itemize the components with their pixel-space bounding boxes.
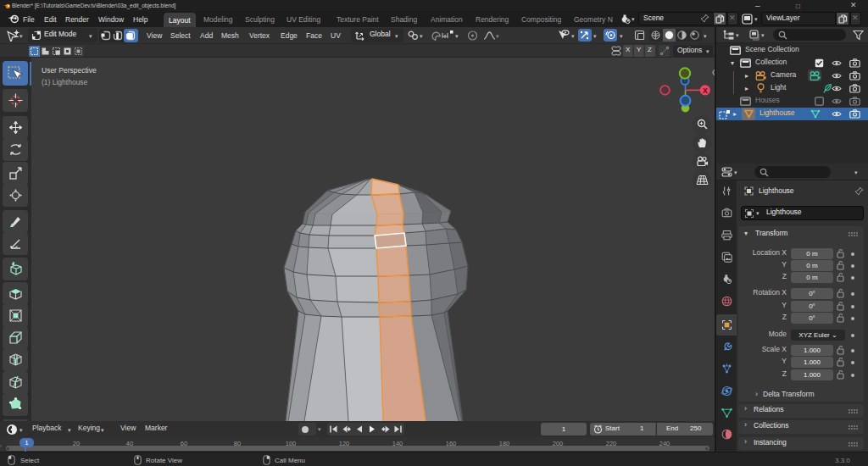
svg-text:X: X — [703, 86, 708, 95]
